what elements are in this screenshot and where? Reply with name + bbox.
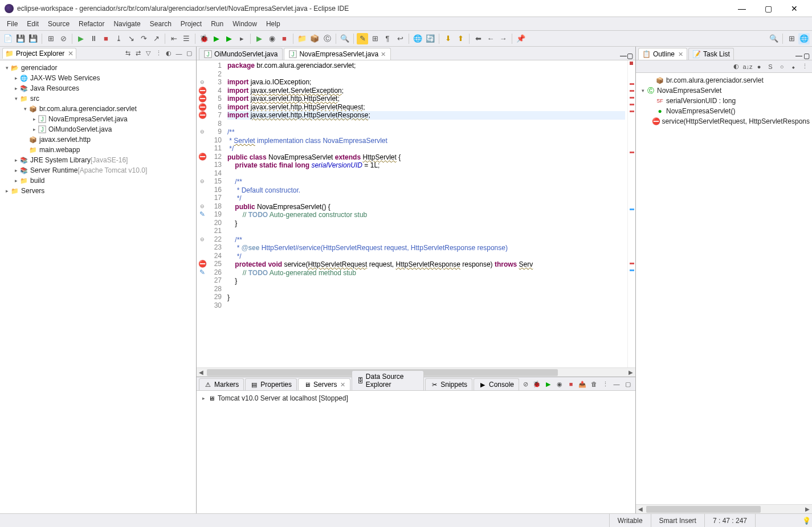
stop-server-button[interactable]: ■ [566, 379, 576, 389]
editor-tab[interactable]: JNovaEmpresaServlet.java✕ [284, 48, 391, 60]
tree-item[interactable]: ▸📚JRE System Library [JavaSE-16] [2, 155, 194, 165]
run-last-button[interactable]: ▸ [236, 33, 247, 44]
run-button[interactable]: ▶ [211, 33, 222, 44]
view-menu-button[interactable]: ⋮ [600, 379, 610, 389]
bottom-tab-servers[interactable]: 🖥Servers✕ [298, 378, 350, 390]
resume-button[interactable]: ▶ [75, 33, 87, 44]
new-class-button[interactable]: Ⓒ [321, 33, 333, 44]
outline-item[interactable]: ●NovaEmpresaServlet() [638, 106, 810, 116]
close-view-icon[interactable]: ✕ [68, 50, 74, 58]
open-perspective-button[interactable]: ⊞ [786, 33, 797, 44]
menu-project[interactable]: Project [176, 18, 206, 30]
view-menu-button[interactable]: ⋮ [154, 49, 163, 58]
bottom-tab-snippets[interactable]: ✂Snippets [425, 378, 472, 390]
tree-item[interactable]: ▸JOiMundoServlet.java [2, 124, 194, 134]
collapse-all-button[interactable]: ⇆ [123, 49, 132, 58]
minimize-editor-button[interactable]: — [620, 52, 627, 60]
toggle-mark-button[interactable]: ✎ [357, 33, 368, 44]
suspend-button[interactable]: ⏸ [88, 33, 99, 44]
outline-tab[interactable]: 📝Task List [688, 48, 734, 60]
profile-server-button[interactable]: ◉ [554, 379, 565, 389]
hide-nonpublic-button[interactable]: ○ [777, 62, 787, 72]
pin-editor-button[interactable]: 📌 [515, 33, 527, 44]
minimize-button[interactable]: — [729, 0, 755, 17]
menu-window[interactable]: Window [228, 18, 262, 30]
step-over-button[interactable]: ↷ [138, 33, 149, 44]
tree-item[interactable]: ▾📁src [2, 93, 194, 104]
use-step-filters-button[interactable]: ☰ [181, 33, 192, 44]
editor-tab[interactable]: JOiMundoServlet.java [199, 48, 283, 60]
close-button[interactable]: ✕ [781, 0, 807, 17]
hide-static-button[interactable]: S [765, 62, 776, 72]
open-type-button[interactable]: 🔍 [339, 33, 350, 44]
menu-search[interactable]: Search [145, 18, 176, 30]
toggle-block-button[interactable]: ⊞ [369, 33, 381, 44]
filter-button[interactable]: ▽ [144, 49, 153, 58]
tree-item[interactable]: 📁main.webapp [2, 145, 194, 155]
tip-icon[interactable]: 💡 [801, 517, 812, 525]
editor-body[interactable]: ⊖⛔⛔⛔⛔⊖⛔⊖⊖✎⊖⛔✎ 12345678910111213141516171… [197, 60, 635, 367]
web-browser-button[interactable]: 🌐 [412, 33, 423, 44]
step-into-button[interactable]: ↘ [125, 33, 137, 44]
disconnect-button[interactable]: ⤓ [113, 33, 124, 44]
project-explorer-tree[interactable]: ▾📂gerenciador▸🌐JAX-WS Web Services▸📚Java… [0, 60, 196, 513]
java-ee-perspective-button[interactable]: 🌐 [798, 33, 810, 44]
maximize-button[interactable]: ▢ [755, 0, 781, 17]
forward-button[interactable]: → [497, 33, 509, 44]
menu-run[interactable]: Run [206, 18, 228, 30]
run-server-button[interactable]: ▶ [543, 379, 553, 389]
no-servers-button[interactable]: ⊘ [520, 379, 531, 389]
clean-button[interactable]: 🗑 [589, 379, 599, 389]
annotation-ruler[interactable]: ⊖⛔⛔⛔⛔⊖⛔⊖⊖✎⊖⛔✎ [197, 60, 208, 367]
focus-task-button[interactable]: ◐ [164, 49, 173, 58]
maximize-view-button[interactable]: ▢ [185, 49, 194, 58]
word-wrap-button[interactable]: ↩ [394, 33, 406, 44]
min-button[interactable]: — [611, 379, 622, 389]
new-package-button[interactable]: 📦 [309, 33, 320, 44]
refresh-button[interactable]: 🔄 [425, 33, 436, 44]
search-toolbar-button[interactable]: 🔍 [768, 33, 780, 44]
tree-item[interactable]: ▸📁Servers [2, 186, 194, 196]
outline-tab[interactable]: 📋Outline✕ [638, 48, 687, 60]
outline-item[interactable]: ⛔service(HttpServletRequest, HttpServlet… [638, 116, 810, 126]
menu-file[interactable]: File [2, 18, 22, 30]
project-explorer-tab[interactable]: 📁 Project Explorer ✕ [2, 48, 76, 59]
outline-item[interactable]: ▾ⒸNovaEmpresaServlet [638, 85, 810, 96]
link-editor-button[interactable]: ⇄ [133, 49, 142, 58]
servers-view-body[interactable]: ▸ 🖥 Tomcat v10.0 Server at localhost [St… [197, 391, 635, 513]
toggle-breadcrumb-button[interactable]: ⊞ [45, 33, 56, 44]
back-button[interactable]: ← [485, 33, 496, 44]
outline-item[interactable]: 📦br.com.alura.gerenciador.servlet [638, 75, 810, 85]
debug-button[interactable]: 🐞 [198, 33, 210, 44]
overview-ruler[interactable] [627, 60, 635, 367]
tree-item[interactable]: ▾📂gerenciador [2, 63, 194, 73]
start-server-button[interactable]: 🐞 [532, 379, 542, 389]
bottom-tab-data-source-explorer[interactable]: 🗄Data Source Explorer [352, 370, 424, 390]
maximize-outline-button[interactable]: ▢ [803, 52, 810, 60]
hide-fields-button[interactable]: ● [754, 62, 764, 72]
server-item[interactable]: ▸ 🖥 Tomcat v10.0 Server at localhost [St… [199, 393, 633, 403]
tree-item[interactable]: ▸🌐JAX-WS Web Services [2, 73, 194, 83]
profile-server-button[interactable]: ◉ [266, 33, 278, 44]
new-button[interactable]: 📄 [2, 33, 14, 44]
tree-item[interactable]: ▸📁build [2, 175, 194, 186]
bottom-tab-markers[interactable]: ⚠Markers [199, 378, 244, 390]
outline-h-scrollbar[interactable]: ◀ ▶ [636, 504, 812, 513]
menu-help[interactable]: Help [262, 18, 285, 30]
outline-tree[interactable]: 📦br.com.alura.gerenciador.servlet▾ⒸNovaE… [636, 73, 812, 504]
show-whitespace-button[interactable]: ¶ [382, 33, 393, 44]
step-return-button[interactable]: ↗ [150, 33, 162, 44]
drop-frame-button[interactable]: ⇤ [168, 33, 179, 44]
start-server-button[interactable]: ▶ [254, 33, 265, 44]
maximize-editor-button[interactable]: ▢ [627, 52, 633, 60]
new-java-project-button[interactable]: 📁 [296, 33, 308, 44]
tree-item[interactable]: ▸📚Server Runtime [Apache Tomcat v10.0] [2, 165, 194, 175]
skip-breakpoints-button[interactable]: ⊘ [58, 33, 69, 44]
bottom-tab-console[interactable]: ▶Console [474, 378, 519, 390]
outline-view-menu-button[interactable]: ⋮ [799, 62, 810, 72]
next-annotation-button[interactable]: ⬇ [442, 33, 454, 44]
terminate-button[interactable]: ■ [100, 33, 112, 44]
sort-button[interactable]: a↓z [742, 62, 753, 72]
stop-server-button[interactable]: ■ [279, 33, 290, 44]
menu-edit[interactable]: Edit [22, 18, 43, 30]
